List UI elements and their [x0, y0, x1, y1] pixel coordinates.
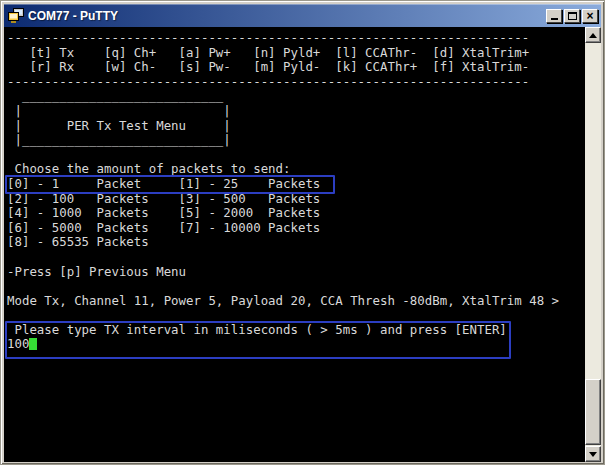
scroll-down-icon — [589, 452, 597, 457]
window-title: COM77 - PuTTY — [28, 9, 546, 23]
previous-menu-hint: -Press [p] Previous Menu — [7, 265, 585, 280]
client-area: ----------------------------------------… — [4, 27, 601, 462]
terminal-line: ----------------------------------------… — [7, 31, 585, 46]
terminal-line-shortcuts-2: [r] Rx [w] Ch- [s] Pw- [m] Pyld- [k] CCA… — [7, 60, 585, 75]
packets-option-row-0-1: [0] - 1 Packet [1] - 25 Packets — [7, 177, 585, 192]
scroll-up-icon — [589, 33, 597, 38]
packets-option-row-6-7: [6] - 5000 Packets [7] - 10000 Packets — [7, 221, 585, 236]
packets-option-row-4-5: [4] - 1000 Packets [5] - 2000 Packets — [7, 206, 585, 221]
putty-window: COM77 - PuTTY × ------------------------… — [0, 0, 605, 465]
minimize-icon — [551, 18, 558, 20]
putty-icon — [8, 8, 24, 24]
window-controls: × — [546, 9, 598, 23]
menu-box-top: ___________________________ — [7, 89, 585, 104]
tx-interval-prompt: Please type TX interval in miliseconds (… — [7, 323, 585, 338]
packets-option-row-8: [8] - 65535 Packets — [7, 235, 585, 250]
terminal-line — [7, 308, 585, 323]
terminal-line: ----------------------------------------… — [7, 75, 585, 90]
terminal-cursor — [29, 338, 37, 350]
scrollbar[interactable] — [585, 27, 601, 462]
close-icon: × — [586, 10, 593, 22]
scrollbar-thumb[interactable] — [585, 379, 601, 445]
menu-box-side: | | — [7, 104, 585, 119]
terminal-line — [7, 250, 585, 265]
close-button[interactable]: × — [582, 9, 598, 23]
terminal-screen[interactable]: ----------------------------------------… — [4, 27, 585, 462]
terminal-line-shortcuts-1: [t] Tx [q] Ch+ [a] Pw+ [n] Pyld+ [l] CCA… — [7, 46, 585, 61]
menu-box-title: | PER Tx Test Menu | — [7, 119, 585, 134]
menu-box-bottom: |___________________________| — [7, 133, 585, 148]
titlebar[interactable]: COM77 - PuTTY × — [4, 4, 601, 27]
scroll-down-button[interactable] — [585, 446, 601, 462]
maximize-button[interactable] — [564, 9, 580, 23]
status-line: Mode Tx, Channel 11, Power 5, Payload 20… — [7, 294, 585, 309]
minimize-button[interactable] — [546, 9, 562, 23]
maximize-icon — [568, 12, 577, 20]
terminal-line — [7, 148, 585, 163]
input-line: 100 — [7, 337, 585, 352]
choose-packets-prompt: Choose the amount of packets to send: — [7, 162, 585, 177]
terminal-line — [7, 279, 585, 294]
tx-interval-input[interactable]: 100 — [7, 336, 29, 351]
packets-option-row-2-3: [2] - 100 Packets [3] - 500 Packets — [7, 192, 585, 207]
scroll-up-button[interactable] — [585, 27, 601, 43]
